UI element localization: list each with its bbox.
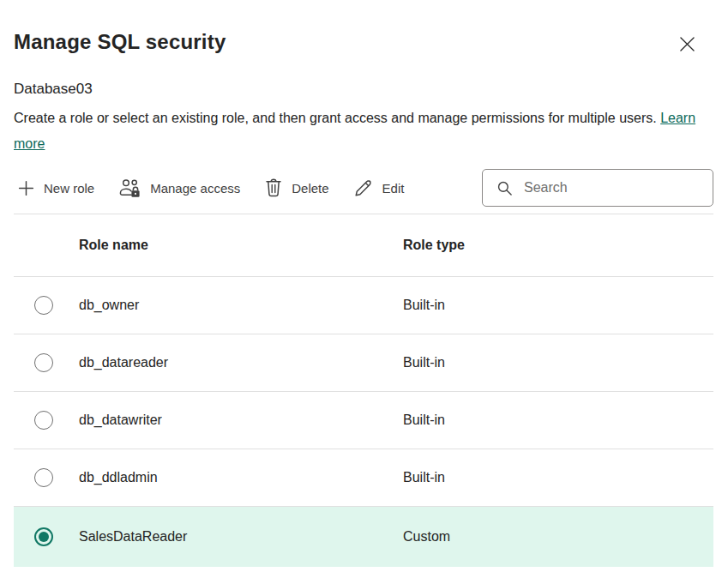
radio-cell (14, 527, 79, 546)
role-type-cell: Built-in (403, 355, 713, 370)
new-role-button[interactable]: New role (14, 174, 98, 202)
close-icon (678, 35, 696, 53)
manage-sql-security-dialog: Manage SQL security Database03 Create a … (0, 0, 728, 578)
manage-access-button[interactable]: Manage access (115, 172, 244, 203)
role-name-cell: db_datareader (79, 355, 403, 370)
table-row[interactable]: db_datareader Built-in (14, 334, 713, 392)
radio-icon[interactable] (34, 411, 53, 430)
dialog-header: Manage SQL security (0, 0, 728, 57)
role-type-cell: Built-in (403, 412, 713, 428)
search-input[interactable] (482, 169, 713, 207)
trash-icon (264, 178, 283, 198)
radio-icon[interactable] (34, 527, 53, 546)
description-body: Create a role or select an existing role… (14, 111, 657, 125)
new-role-label: New role (44, 181, 94, 196)
delete-label: Delete (292, 181, 328, 196)
table-row[interactable]: SalesDataReader Custom (14, 507, 713, 567)
table-row[interactable]: db_datawriter Built-in (14, 392, 713, 449)
roles-table: Role name Role type db_owner Built-in db… (14, 214, 713, 567)
role-name-cell: db_datawriter (79, 412, 403, 428)
radio-cell (14, 468, 79, 487)
database-name: Database03 (0, 57, 728, 99)
people-lock-icon (118, 178, 141, 198)
role-name-cell: db_ddladmin (79, 470, 403, 485)
role-name-cell: SalesDataReader (79, 529, 403, 545)
radio-icon[interactable] (34, 468, 53, 487)
role-type-cell: Custom (403, 529, 713, 545)
radio-cell (14, 296, 79, 315)
radio-icon[interactable] (34, 296, 53, 315)
radio-cell (14, 353, 79, 372)
search-box (482, 169, 713, 207)
plus-icon (17, 179, 35, 197)
role-name-column-header: Role name (79, 238, 403, 253)
delete-button[interactable]: Delete (261, 172, 332, 203)
role-type-cell: Built-in (403, 470, 713, 485)
role-type-cell: Built-in (403, 298, 713, 313)
pencil-icon (353, 178, 374, 198)
radio-icon[interactable] (34, 353, 53, 372)
table-row[interactable]: db_ddladmin Built-in (14, 449, 713, 507)
close-button[interactable] (673, 30, 701, 57)
table-row[interactable]: db_owner Built-in (14, 277, 713, 334)
toolbar: New role Manage access (14, 169, 713, 207)
edit-label: Edit (382, 181, 405, 196)
edit-button[interactable]: Edit (350, 172, 408, 203)
role-name-cell: db_owner (79, 298, 403, 313)
page-title: Manage SQL security (14, 28, 226, 56)
table-header: Role name Role type (14, 214, 713, 277)
role-type-column-header: Role type (403, 238, 713, 253)
radio-cell (14, 411, 79, 430)
table-body: db_owner Built-in db_datareader Built-in… (14, 277, 713, 567)
description-text: Create a role or select an existing role… (0, 99, 717, 157)
manage-access-label: Manage access (150, 181, 240, 196)
